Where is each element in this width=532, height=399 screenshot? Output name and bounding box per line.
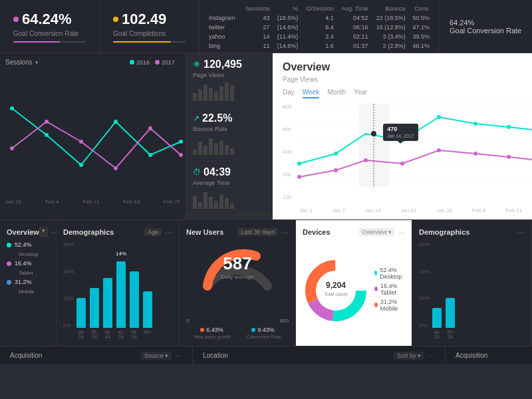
legend-2016: 2016 xyxy=(130,59,150,66)
donut-min: 0 xyxy=(186,318,189,324)
devices-dots[interactable]: ··· xyxy=(397,227,405,237)
svg-point-9 xyxy=(334,152,338,156)
acquisition-left-label: Acquisition xyxy=(10,352,42,359)
channels-body: instagram43(18.5%)4.104:5222 (18.5%)50.5… xyxy=(206,13,432,53)
conv-label: Conversion Rate xyxy=(246,334,281,339)
overview-dropdown[interactable]: ▾ xyxy=(39,227,48,237)
conversion-label: Goal Conversion Rate xyxy=(13,30,86,37)
donut-metrics: 6.43% 9.43% xyxy=(186,327,289,333)
demographics-left-dots[interactable]: ··· xyxy=(164,227,172,237)
bar-35-44 xyxy=(103,278,112,328)
devices-legend-tablet: 16.4% Tablet xyxy=(374,283,405,296)
tab-day[interactable]: Day xyxy=(283,88,295,98)
donut-max: 850 xyxy=(280,318,289,324)
location-section: Location Sort by ▾ ··· xyxy=(193,346,446,364)
new-users-value: 587 xyxy=(221,253,254,274)
new-users-header: New Users Last 30 days ··· xyxy=(186,227,289,237)
middle-section: Sessions ▾ 2016 2017 xyxy=(0,53,532,219)
donut-area: 587 Daily average 0 850 xyxy=(186,241,289,324)
line-2016 xyxy=(12,108,181,165)
bar-group-65-plus xyxy=(143,291,152,328)
col-source xyxy=(206,4,240,13)
overview-dots-menu[interactable]: ··· xyxy=(51,227,57,237)
demographics-right-panel: Demographics ··· 30% 20% 10% 0% xyxy=(412,220,532,346)
right-bar-25-34 xyxy=(446,298,455,328)
tab-week[interactable]: Week xyxy=(303,88,319,98)
bar-18-24 xyxy=(76,298,86,328)
table-row: amazon11(14.6%)3.907:252 (2.8%)84.9% xyxy=(206,51,432,53)
location-sort-badge[interactable]: Sort by ▾ xyxy=(394,352,424,360)
completions-bar-fill xyxy=(113,41,171,43)
overview-chart-svg xyxy=(299,104,532,200)
acquisition-left-dots[interactable]: ··· xyxy=(176,351,182,360)
demographics-right-title: Demographics xyxy=(419,228,469,236)
overview-title: Overview xyxy=(283,61,522,73)
donut-metric-labels: New users growth Conversion Rate xyxy=(186,334,289,339)
devices-header: Devices Overview ▾ ··· xyxy=(303,227,405,237)
demographics-left-title: Demographics xyxy=(63,228,114,236)
svg-point-19 xyxy=(437,148,441,152)
bounce-bars xyxy=(193,135,265,155)
demographics-chart-wrapper: 30% 20% 10% 0% xyxy=(63,241,172,339)
page-views-value: 120,495 xyxy=(203,59,242,70)
bar-25-34 xyxy=(90,288,99,328)
legend-2017: 2017 xyxy=(155,59,175,66)
highlighted-region xyxy=(359,104,389,187)
svg-point-12 xyxy=(473,122,477,126)
overview-x-labels: Jan 1 Jan 7 Jan 14 Jan 21 Jan 28 Feb 4 F… xyxy=(299,207,522,213)
left-chart-header: Sessions ▾ 2016 2017 xyxy=(5,59,180,66)
acquisition-right: Acquisition xyxy=(446,346,532,364)
conversion-rate: 9.43% xyxy=(251,327,275,333)
tooltip-date: Jan 14, 2017 xyxy=(387,134,414,138)
bar-45-54 xyxy=(116,261,126,328)
mobile-label: Mobile xyxy=(19,289,49,295)
new-users-title: New Users xyxy=(186,228,223,236)
dot-2016-3 xyxy=(79,163,83,167)
demographics-right-dots[interactable]: ··· xyxy=(517,227,525,237)
tablet-label: Tablet xyxy=(19,270,49,276)
demo-right-y-axis: 30% 20% 10% 0% xyxy=(419,241,432,339)
tab-year[interactable]: Year xyxy=(354,88,367,98)
col-pct: % xyxy=(272,4,301,13)
tab-month[interactable]: Month xyxy=(327,88,346,98)
svg-point-8 xyxy=(297,162,301,166)
growth-value: 6.43% xyxy=(206,327,223,333)
legend-tablet: 16.4% xyxy=(7,260,49,267)
right-conversion-metric: 64.24% Goal Conversion Rate xyxy=(439,0,532,53)
demo-right-chart-wrapper: 30% 20% 10% 0% 18-24 25-34 xyxy=(419,241,525,339)
bar-65-plus xyxy=(143,291,152,328)
new-users-badge[interactable]: Last 30 days xyxy=(237,228,278,236)
right-bar-18-24 xyxy=(432,308,442,328)
legend-desktop: 52.4% xyxy=(7,241,49,248)
location-dots[interactable]: ··· xyxy=(428,351,435,360)
right-conversion-value: 64.24% xyxy=(450,19,474,27)
conversion-bar xyxy=(13,41,86,43)
demo-right-x-labels: 18-24 25-34 xyxy=(432,330,525,339)
sessions-dropdown[interactable]: ▾ xyxy=(35,59,39,66)
svg-point-13 xyxy=(507,125,511,129)
bottom-section: Overview ▾ ··· 52.4% Desktop 16.4% Table… xyxy=(0,219,532,346)
dot-2017-2 xyxy=(45,120,49,124)
location-label: Location xyxy=(203,352,228,359)
avg-time-stat: ⏱ 04:39 Average Time xyxy=(186,161,272,215)
bar-group-55-64 xyxy=(130,271,139,328)
devices-legend-desktop: 52.4% Desktop xyxy=(374,267,405,280)
completions-value: 102.49 xyxy=(122,11,166,28)
line-chart-svg xyxy=(5,68,181,195)
bounce-rate-label: Bounce Rate xyxy=(193,126,265,132)
col-bounce: Bounce xyxy=(370,4,408,13)
overview-subtitle: Page Views xyxy=(283,76,522,83)
dot-2016-6 xyxy=(179,140,183,144)
devices-tablet-dot xyxy=(374,287,378,291)
acquisition-source-badge[interactable]: Source ▾ xyxy=(141,352,172,360)
svg-point-15 xyxy=(297,175,301,179)
devices-badge[interactable]: Overview ▾ xyxy=(359,228,394,236)
overview-mini-title: Overview xyxy=(7,228,39,236)
overview-legend: 52.4% Desktop 16.4% Tablet 31.2% Mobile xyxy=(7,241,49,295)
devices-total-label: Total Users xyxy=(324,292,348,297)
new-users-dots[interactable]: ··· xyxy=(281,227,289,237)
col-sessions: Sessions xyxy=(240,4,272,13)
completions-bar xyxy=(113,41,186,43)
svg-point-21 xyxy=(507,155,511,159)
demographics-age-badge[interactable]: Age xyxy=(144,228,162,236)
